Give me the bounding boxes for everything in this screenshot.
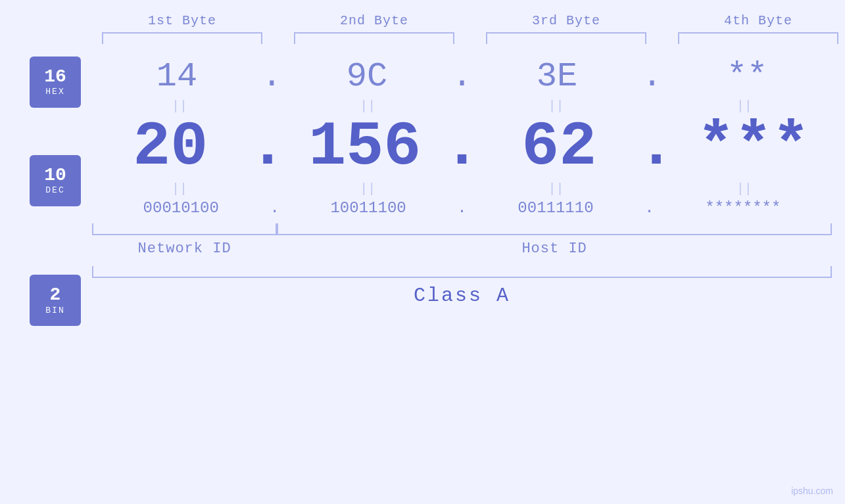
byte3-header: 3rd Byte <box>479 13 653 28</box>
bin-dot3: . <box>644 199 654 217</box>
byte1-header: 1st Byte <box>95 13 269 28</box>
bin-badge: 2 BIN <box>30 275 81 326</box>
bin-b3: 00111110 <box>467 199 644 217</box>
bin-num: 2 <box>50 285 61 306</box>
bin-dot2: . <box>457 199 466 217</box>
hex-label: HEX <box>45 87 64 97</box>
bin-b2: 10011100 <box>279 199 457 217</box>
dec-b1: 20 <box>92 116 249 179</box>
dec-num: 10 <box>44 166 66 186</box>
host-id-label: Host ID <box>277 241 832 257</box>
eq-dec-2: || <box>280 181 455 196</box>
hex-num: 16 <box>44 67 66 87</box>
dec-dot2: . <box>443 116 481 179</box>
byte2-bracket <box>294 32 454 44</box>
eq-dec-3: || <box>469 181 644 196</box>
network-bracket <box>92 223 277 235</box>
watermark: ipshu.com <box>791 486 833 496</box>
hex-b1: 14 <box>92 57 262 96</box>
hex-dot3: . <box>642 57 662 96</box>
byte1-bracket <box>102 32 262 44</box>
dec-b4: *** <box>675 116 832 179</box>
bottom-brackets <box>92 223 832 235</box>
bin-b4: ******** <box>654 199 832 217</box>
bin-b1: 00010100 <box>92 199 270 217</box>
hex-dot2: . <box>452 57 472 96</box>
byte4-bracket <box>678 32 838 44</box>
dec-dot1: . <box>249 116 286 179</box>
byte3-bracket <box>486 32 646 44</box>
hex-b4: ** <box>662 57 832 96</box>
dec-badge: 10 DEC <box>30 155 81 206</box>
bin-label: BIN <box>45 306 64 315</box>
bin-dot1: . <box>270 199 279 217</box>
hex-badge: 16 HEX <box>30 57 81 108</box>
hex-b2: 9C <box>282 57 452 96</box>
main-container: 1st Byte 2nd Byte 3rd Byte 4th Byte 16 H… <box>0 0 845 504</box>
byte4-header: 4th Byte <box>671 13 845 28</box>
byte2-header: 2nd Byte <box>287 13 461 28</box>
class-label: Class A <box>92 285 832 307</box>
dec-b2: 156 <box>287 116 443 179</box>
base-labels: 16 HEX 10 DEC 2 BIN <box>0 51 92 353</box>
hex-dot1: . <box>262 57 282 96</box>
eq-dec-1: || <box>92 181 267 196</box>
eq-dec-4: || <box>657 181 832 196</box>
class-bracket <box>92 266 832 278</box>
host-bracket <box>277 223 832 235</box>
dec-b3: 62 <box>481 116 637 179</box>
network-id-label: Network ID <box>92 241 277 257</box>
hex-b3: 3E <box>472 57 642 96</box>
dec-label: DEC <box>45 185 64 195</box>
dec-dot3: . <box>637 116 675 179</box>
